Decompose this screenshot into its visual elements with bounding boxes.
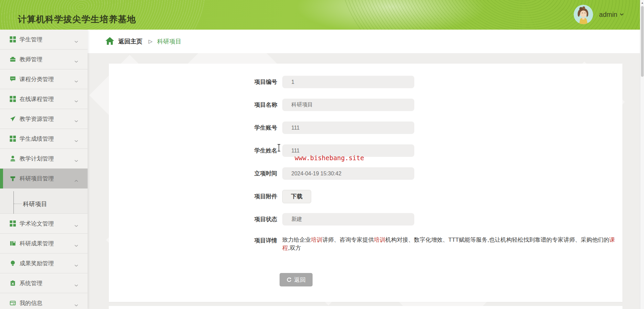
form-row: 学生姓名 <box>109 144 622 157</box>
student-account-field[interactable] <box>282 122 414 134</box>
user-avatar[interactable] <box>574 5 593 24</box>
breadcrumb-home-link[interactable]: 返回主页 <box>118 37 142 45</box>
field-label: 项目详情 <box>143 236 282 244</box>
chevron-down-icon <box>620 13 624 16</box>
button-row: 返回 <box>109 273 622 286</box>
sidebar-item-label: 课程分类管理 <box>20 75 54 83</box>
field-label: 立项时间 <box>143 170 282 177</box>
sidebar-item-teaching-plan-mgmt[interactable]: 教学计划管理 <box>0 149 88 169</box>
scrollbar-thumb[interactable] <box>641 6 644 77</box>
send-icon <box>9 115 16 122</box>
field-label: 学生账号 <box>143 124 282 132</box>
sidebar-item-label: 科研成果管理 <box>20 240 54 247</box>
project-date-field[interactable] <box>282 167 414 180</box>
idcard-icon <box>9 300 16 306</box>
breadcrumb: 返回主页 ▷ 科研项目 <box>88 30 640 53</box>
chevron-down-icon <box>74 98 78 104</box>
filter-icon <box>9 175 16 182</box>
sidebar-item-label: 教学资源管理 <box>20 115 54 123</box>
sidebar-item-label: 学生成绩管理 <box>20 135 54 143</box>
sidebar-item-system-mgmt[interactable]: 系统管理 <box>0 273 88 293</box>
app-title: 计算机科学拔尖学生培养基地 <box>18 13 136 25</box>
chevron-down-icon <box>74 158 78 164</box>
main-content: 项目编号 项目名称 学生账号 学生姓名 立项时间 项目附件 下载 项目状态 <box>88 53 640 309</box>
sidebar-item-label: 教师管理 <box>20 56 42 63</box>
download-button[interactable]: 下载 <box>282 190 311 203</box>
back-button[interactable]: 返回 <box>280 273 313 286</box>
chevron-down-icon <box>74 118 78 124</box>
chevron-down-icon <box>74 58 78 64</box>
sidebar-item-student-mgmt[interactable]: 学生管理 <box>0 30 88 49</box>
chevron-up-icon <box>74 177 78 183</box>
chevron-down-icon <box>74 262 78 268</box>
sidebar-item-teacher-mgmt[interactable]: 教师管理 <box>0 49 88 69</box>
grid-icon <box>9 96 16 102</box>
sidebar-item-my-info[interactable]: 我的信息 <box>0 293 88 309</box>
scrollbar-up-arrow[interactable]: ▲ <box>640 1 644 5</box>
sidebar-item-label: 学术论文管理 <box>20 220 54 228</box>
site-watermark: www.bishebang.site <box>295 154 364 162</box>
comment-icon <box>9 76 16 82</box>
book-icon <box>9 240 16 247</box>
sidebar-item-course-category-mgmt[interactable]: 课程分类管理 <box>0 69 88 89</box>
header-glow-decoration <box>296 0 485 30</box>
next-card-edge <box>109 306 622 309</box>
field-label: 学生姓名 <box>143 147 282 154</box>
sidebar-item-research-achievement-mgmt[interactable]: 科研成果管理 <box>0 234 88 253</box>
username-label: admin <box>599 11 617 19</box>
breadcrumb-current-link[interactable]: 科研项目 <box>157 37 182 45</box>
grid-icon <box>9 220 16 227</box>
chevron-down-icon <box>74 78 78 84</box>
chevron-down-icon <box>74 282 78 288</box>
field-label: 项目名称 <box>143 101 282 109</box>
tree-dotted-connector <box>14 204 22 204</box>
clipboard-icon <box>9 280 16 286</box>
sidebar-item-online-course-mgmt[interactable]: 在线课程管理 <box>0 89 88 109</box>
user-box[interactable]: admin <box>574 5 624 24</box>
grid-icon <box>9 36 16 43</box>
highlighted-keyword: 培训 <box>374 237 385 243</box>
form-row: 项目状态 <box>109 213 622 226</box>
sidebar-subitem-label: 科研项目 <box>23 200 47 208</box>
sidebar-nav: 学生管理 教师管理 课程分类管理 在线课程管理 教学资源管理 学生成绩管理 教学… <box>0 30 88 309</box>
highlighted-keyword: 培训 <box>311 237 322 243</box>
chevron-down-icon <box>74 138 78 144</box>
home-icon[interactable] <box>105 37 114 46</box>
detail-card: 项目编号 项目名称 学生账号 学生姓名 立项时间 项目附件 下载 项目状态 <box>109 64 622 302</box>
sidebar-item-label: 系统管理 <box>20 279 42 287</box>
field-label: 项目状态 <box>143 215 282 223</box>
page-scrollbar[interactable]: ▲ <box>640 0 644 309</box>
sidebar-item-student-score-mgmt[interactable]: 学生成绩管理 <box>0 129 88 149</box>
app-header: 计算机科学拔尖学生培养基地 admin <box>0 0 644 30</box>
sidebar-item-label: 学生管理 <box>20 36 42 43</box>
refresh-icon <box>287 277 292 282</box>
chevron-down-icon <box>74 222 78 229</box>
bulb-icon <box>9 260 16 267</box>
form-row-detail: 项目详情 致力给企业培训讲师、咨询专家提供培训机构对接、数字化增效、TTT赋能等… <box>109 236 622 252</box>
chevron-down-icon <box>74 302 78 308</box>
tree-line <box>13 191 14 214</box>
form-row: 项目附件 下载 <box>109 190 622 203</box>
form-row: 项目名称 <box>109 99 622 111</box>
user-icon <box>9 155 16 162</box>
field-label: 项目附件 <box>143 193 282 200</box>
briefcase-icon <box>9 56 16 63</box>
sidebar-subitem-research-project[interactable]: 科研项目 <box>0 188 88 214</box>
project-name-field[interactable] <box>282 99 414 111</box>
grid-icon <box>9 135 16 142</box>
sidebar-item-label: 在线课程管理 <box>20 95 54 103</box>
form-row: 项目编号 <box>109 76 622 88</box>
sidebar-item-teaching-resource-mgmt[interactable]: 教学资源管理 <box>0 109 88 129</box>
field-label: 项目编号 <box>143 78 282 86</box>
username-menu[interactable]: admin <box>599 11 624 19</box>
project-detail-text: 致力给企业培训讲师、咨询专家提供培训机构对接、数字化增效、TTT赋能等服务,也让… <box>282 236 616 252</box>
sidebar-item-label: 成果奖励管理 <box>20 260 54 267</box>
back-button-label: 返回 <box>294 276 306 284</box>
project-id-field[interactable] <box>282 76 414 88</box>
sidebar-item-academic-paper-mgmt[interactable]: 学术论文管理 <box>0 214 88 234</box>
sidebar-item-label: 教学计划管理 <box>20 155 54 163</box>
sidebar-item-achievement-award-mgmt[interactable]: 成果奖励管理 <box>0 253 88 273</box>
form-row: 学生账号 <box>109 122 622 134</box>
sidebar-item-research-project-mgmt[interactable]: 科研项目管理 <box>0 169 88 188</box>
project-status-field[interactable] <box>282 213 414 226</box>
